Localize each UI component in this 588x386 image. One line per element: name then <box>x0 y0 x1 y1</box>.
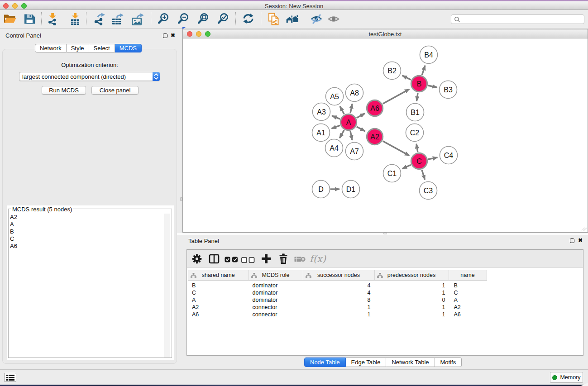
zoom-selected-icon[interactable] <box>217 13 229 25</box>
table-row[interactable]: A2connector11A2 <box>188 304 487 311</box>
select-all-icon[interactable] <box>225 256 238 264</box>
graph-node-C2[interactable]: C2 <box>406 124 424 142</box>
graph-edge-B-B3[interactable] <box>428 86 437 87</box>
result-scrollbar[interactable] <box>164 214 170 357</box>
float-panel-icon[interactable] <box>163 33 167 38</box>
graph-node-B1[interactable]: B1 <box>406 104 424 121</box>
graph-node-A2[interactable]: A2 <box>367 129 382 144</box>
open-file-icon[interactable] <box>3 13 17 25</box>
graph-edge-C-C4[interactable] <box>428 157 438 159</box>
criterion-dropdown[interactable]: largest connected component (directed) <box>19 72 160 81</box>
column-header-shared-name[interactable]: shared name <box>188 270 249 280</box>
column-header-name[interactable]: name <box>449 270 487 280</box>
hide-selected-icon[interactable] <box>310 13 323 25</box>
delete-table-icon[interactable] <box>294 256 306 264</box>
deselect-all-icon[interactable] <box>241 257 255 265</box>
table-float-panel-icon[interactable] <box>570 238 574 243</box>
graph-edge-A-A6[interactable] <box>357 114 365 118</box>
graph-node-A[interactable]: A <box>340 114 356 130</box>
run-mcds-button[interactable]: Run MCDS <box>42 86 86 95</box>
zoom-in-icon[interactable] <box>158 13 170 25</box>
zoom-fit-icon[interactable] <box>197 13 210 25</box>
status-menu-button[interactable] <box>4 373 16 382</box>
graph-node-B3[interactable]: B3 <box>440 81 457 99</box>
export-image-icon[interactable] <box>131 13 145 25</box>
import-network-icon[interactable] <box>47 13 59 25</box>
graph-edge-A2-C[interactable] <box>383 141 410 156</box>
memory-button[interactable]: Memory <box>550 372 583 383</box>
tab-mcds[interactable]: MCDS <box>115 44 142 52</box>
close-panel-button[interactable]: Close panel <box>91 86 139 95</box>
resize-grip-icon[interactable] <box>581 225 587 232</box>
graph-edge-A-A8[interactable] <box>350 104 352 114</box>
tab-style[interactable]: Style <box>67 44 89 52</box>
graph-node-C[interactable]: C <box>411 153 427 169</box>
graph-edge-A-A7[interactable] <box>350 131 352 140</box>
graph-node-A6[interactable]: A6 <box>367 100 382 116</box>
graph-edge-A-A4[interactable] <box>339 130 344 138</box>
graph-node-A3[interactable]: A3 <box>313 103 330 121</box>
result-item[interactable]: A2 <box>9 214 165 221</box>
graph-edge-A-A5[interactable] <box>340 106 344 114</box>
graph-edge-A-A2[interactable] <box>357 127 365 131</box>
table-row[interactable]: Cdominator41C <box>188 289 487 296</box>
column-header-successor-nodes[interactable]: successor nodes <box>303 270 375 280</box>
network-graph-canvas[interactable]: B4B2BB3A5A8A6B1A3AA1C2A2A4A7C4CC1C3DD1 <box>183 39 588 233</box>
table-tab-network-table[interactable]: Network Table <box>386 357 435 367</box>
graph-node-C1[interactable]: C1 <box>383 165 401 182</box>
graph-node-B4[interactable]: B4 <box>420 46 438 64</box>
table-tab-edge-table[interactable]: Edge Table <box>346 357 387 367</box>
graph-node-C3[interactable]: C3 <box>420 182 437 200</box>
close-panel-icon[interactable]: ✖ <box>171 33 175 38</box>
columns-icon[interactable] <box>209 253 220 266</box>
graph-node-D[interactable]: D <box>312 181 330 198</box>
show-all-icon[interactable] <box>286 13 299 25</box>
horizontal-split-handle[interactable] <box>383 233 387 234</box>
network-window-titlebar[interactable]: testGlobe.txt <box>183 29 588 38</box>
graph-node-A7[interactable]: A7 <box>346 143 363 160</box>
graph-edge-B-B2[interactable] <box>402 76 411 80</box>
result-item[interactable]: C <box>9 235 165 243</box>
graph-edge-A-A3[interactable] <box>332 116 340 119</box>
table-row[interactable]: A6connector11A6 <box>188 311 487 318</box>
result-item[interactable]: B <box>9 228 165 235</box>
graph-node-A1[interactable]: A1 <box>312 124 330 142</box>
zoom-out-icon[interactable] <box>177 13 190 25</box>
graph-edge-C-C3[interactable] <box>422 170 425 180</box>
column-header-predecessor-nodes[interactable]: predecessor nodes <box>375 270 449 280</box>
show-selected-icon[interactable] <box>327 13 340 25</box>
graph-edge-B-B4[interactable] <box>422 66 425 75</box>
graph-edge-C-C1[interactable] <box>402 165 411 168</box>
new-network-icon[interactable] <box>268 13 281 26</box>
table-close-panel-icon[interactable]: ✖ <box>578 238 583 243</box>
add-column-icon[interactable] <box>261 253 272 266</box>
search-input[interactable] <box>451 14 584 24</box>
table-tab-node-table[interactable]: Node Table <box>304 357 346 367</box>
graph-node-A5[interactable]: A5 <box>326 88 344 105</box>
column-header-MCDS-role[interactable]: MCDS role <box>249 270 303 280</box>
graph-edge-B-B1[interactable] <box>417 93 418 101</box>
graph-node-A4[interactable]: A4 <box>325 139 343 157</box>
tab-network[interactable]: Network <box>35 44 67 52</box>
settings-gear-icon[interactable] <box>191 253 202 266</box>
result-item[interactable]: A6 <box>9 243 165 250</box>
export-table-icon[interactable] <box>111 13 124 25</box>
graph-edge-C-C2[interactable] <box>416 144 418 152</box>
export-network-icon[interactable] <box>93 13 106 25</box>
graph-node-C4[interactable]: C4 <box>440 147 458 164</box>
graph-node-B[interactable]: B <box>411 76 427 91</box>
refresh-icon[interactable] <box>242 13 255 25</box>
tab-select[interactable]: Select <box>89 44 115 52</box>
table-tab-motifs[interactable]: Motifs <box>435 357 462 367</box>
graph-node-A8[interactable]: A8 <box>346 84 363 102</box>
table-row[interactable]: Adominator80A <box>188 296 487 304</box>
result-item[interactable]: A <box>9 221 165 228</box>
graph-edge-A-A1[interactable] <box>331 125 340 129</box>
graph-edge-A6-B[interactable] <box>383 89 410 104</box>
delete-column-icon[interactable] <box>278 253 289 266</box>
graph-node-D1[interactable]: D1 <box>342 181 360 198</box>
table-row[interactable]: Bdominator41B <box>188 282 487 289</box>
import-table-icon[interactable] <box>69 13 81 25</box>
graph-node-B2[interactable]: B2 <box>383 62 401 80</box>
save-session-icon[interactable] <box>24 13 36 25</box>
